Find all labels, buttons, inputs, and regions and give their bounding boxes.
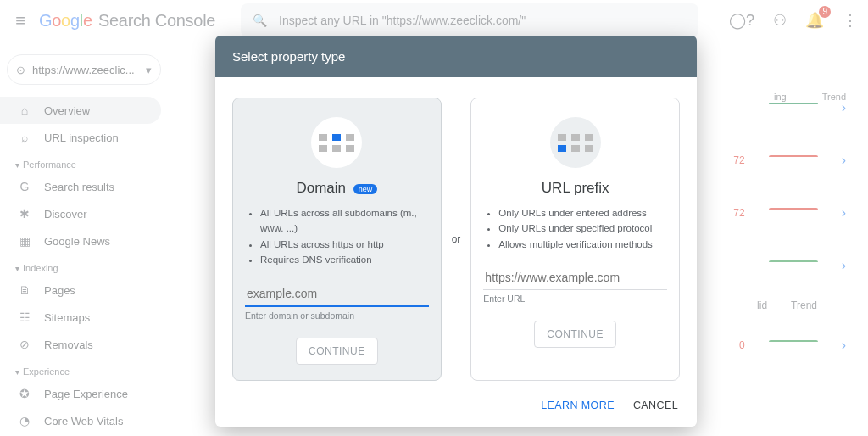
sidebar-item[interactable]: GSearch results xyxy=(0,173,161,200)
menu-icon[interactable]: ≡ xyxy=(10,11,31,31)
sidebar-item-label: Core Web Vitals xyxy=(44,415,123,428)
select-property-modal: Select property type Domain new All URLs… xyxy=(215,36,697,427)
sidebar-item-label: Pages xyxy=(44,284,75,297)
url-prefix-title: URL prefix xyxy=(483,180,667,197)
chevron-right-icon[interactable]: › xyxy=(842,100,846,115)
url-prefix-hint: Enter URL xyxy=(483,293,667,304)
bullet: Only URLs under specified protocol xyxy=(498,221,667,236)
sparkline xyxy=(769,155,818,165)
sidebar-item[interactable]: ◔Core Web Vitals xyxy=(0,407,161,434)
new-badge: new xyxy=(353,184,378,194)
chevron-right-icon[interactable]: › xyxy=(842,153,846,168)
chevron-right-icon[interactable]: › xyxy=(842,338,846,353)
domain-icon xyxy=(311,117,362,168)
property-selector[interactable]: ⊙ https://www.zeeclic... ▾ xyxy=(7,54,161,85)
url-prefix-input[interactable] xyxy=(483,266,667,290)
col-header: Trend xyxy=(791,299,817,311)
people-icon[interactable]: ⚇ xyxy=(773,11,787,30)
bullet: Allows multiple verification methods xyxy=(498,237,667,252)
or-separator: or xyxy=(450,233,463,245)
globe-icon: ⊙ xyxy=(16,64,25,76)
chevron-right-icon[interactable]: › xyxy=(842,258,846,273)
search-icon: ⌕ xyxy=(17,131,32,144)
search-placeholder: Inspect any URL in "https://www.zeeclick… xyxy=(279,14,526,27)
trend-row: 0› xyxy=(705,319,858,372)
home-icon: ⌂ xyxy=(17,103,32,117)
row-number: 0 xyxy=(739,339,745,351)
modal-title: Select property type xyxy=(215,36,697,77)
trend-row: › xyxy=(705,239,858,292)
domain-input[interactable] xyxy=(245,282,429,307)
url-inspect-search[interactable]: 🔍 Inspect any URL in "https://www.zeecli… xyxy=(241,3,698,37)
product-name: Search Console xyxy=(98,11,215,30)
sidebar-group-label[interactable]: ▾ Performance xyxy=(0,151,168,173)
nav-icon: G xyxy=(17,180,32,193)
row-number: 72 xyxy=(733,207,744,219)
sidebar-item-label: Overview xyxy=(44,104,90,117)
sidebar-item-label: Discover xyxy=(44,208,87,221)
sidebar-item[interactable]: ▦Google News xyxy=(0,227,161,254)
domain-card[interactable]: Domain new All URLs across all subdomain… xyxy=(232,98,442,381)
sidebar-item-overview[interactable]: ⌂ Overview xyxy=(0,97,161,124)
chevron-down-icon: ▾ xyxy=(15,367,19,377)
property-url: https://www.zeeclic... xyxy=(32,64,139,76)
help-icon[interactable]: ◯? xyxy=(729,11,754,30)
chevron-down-icon: ▾ xyxy=(146,64,152,76)
nav-icon: ✪ xyxy=(17,387,32,400)
nav-icon: ☷ xyxy=(17,310,32,324)
nav-icon: ⊘ xyxy=(17,338,32,351)
chevron-down-icon: ▾ xyxy=(15,160,19,170)
sidebar-item[interactable]: 🗎Pages xyxy=(0,277,161,304)
sidebar-item-label: Page Experience xyxy=(44,388,128,400)
nav-icon: 🗎 xyxy=(17,283,32,297)
sidebar-item[interactable]: ☷Sitemaps xyxy=(0,304,161,331)
trend-row: 72› xyxy=(705,134,858,187)
chevron-down-icon: ▾ xyxy=(15,264,19,273)
sparkline xyxy=(769,260,818,271)
bullet: All URLs across https or http xyxy=(260,237,429,252)
url-prefix-card[interactable]: URL prefix Only URLs under entered addre… xyxy=(470,98,680,381)
search-icon: 🔍 xyxy=(253,14,267,27)
nav-icon: ✱ xyxy=(17,207,32,221)
col-header: lid xyxy=(757,299,767,311)
sidebar-item-label: Google News xyxy=(44,235,110,248)
bullet: Requires DNS verification xyxy=(260,252,429,267)
sidebar-item-label: Sitemaps xyxy=(44,311,90,324)
domain-hint: Enter domain or subdomain xyxy=(245,310,429,321)
sparkline xyxy=(769,340,818,350)
col-header-row: lidTrend xyxy=(705,292,858,319)
sidebar-group-label[interactable]: ▾ Indexing xyxy=(0,254,168,277)
sidebar-item-label: URL inspection xyxy=(44,131,119,144)
sparkline xyxy=(769,208,818,218)
bullet: All URLs across all subdomains (m., www.… xyxy=(260,205,429,237)
learn-more-link[interactable]: LEARN MORE xyxy=(541,400,615,411)
cancel-button[interactable]: CANCEL xyxy=(633,400,678,411)
chevron-right-icon[interactable]: › xyxy=(842,205,846,221)
nav-icon: ◔ xyxy=(17,414,32,428)
sidebar-item[interactable]: ⊘Removals xyxy=(0,331,161,358)
url-prefix-continue-button[interactable]: CONTINUE xyxy=(534,321,616,348)
notif-badge: 9 xyxy=(819,6,831,18)
sidebar-item[interactable]: ✪Page Experience xyxy=(0,380,161,407)
product-logo: Google Search Console xyxy=(39,11,215,31)
sidebar-group-label[interactable]: ▾ Experience xyxy=(0,358,168,380)
sidebar-item[interactable]: ✱Discover xyxy=(0,200,161,227)
bullet: Only URLs under entered address xyxy=(498,205,667,221)
sparkline xyxy=(769,103,818,113)
sidebar-item-label: Removals xyxy=(44,338,93,351)
trend-row: 72› xyxy=(705,187,858,239)
url-prefix-icon xyxy=(550,117,601,168)
sidebar-item-url-inspection[interactable]: ⌕ URL inspection xyxy=(0,124,161,151)
sidebar: ⊙ https://www.zeeclic... ▾ ⌂ Overview ⌕ … xyxy=(0,41,168,436)
row-number: 72 xyxy=(733,154,744,166)
notifications-icon[interactable]: 🔔9 xyxy=(805,11,824,30)
top-bar: ≡ Google Search Console 🔍 Inspect any UR… xyxy=(0,0,868,41)
trend-row: › xyxy=(705,81,858,134)
sidebar-item-label: Search results xyxy=(44,181,114,193)
domain-title: Domain xyxy=(296,180,346,196)
domain-continue-button[interactable]: CONTINUE xyxy=(296,338,378,365)
nav-icon: ▦ xyxy=(17,234,32,248)
overflow-icon[interactable]: ⋮ xyxy=(843,11,858,30)
